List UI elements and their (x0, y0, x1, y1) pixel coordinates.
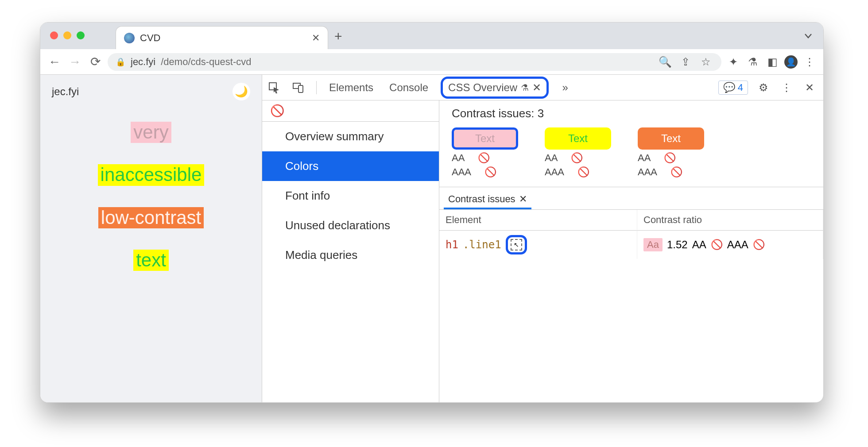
swatch-3-chip: Text (638, 127, 704, 150)
swatch-1-chip: Text (452, 127, 518, 150)
bookmark-icon[interactable]: ☆ (698, 56, 713, 68)
table-row-ratio: Aa 1.52 AA🚫 AAA🚫 (637, 231, 823, 259)
page-header: jec.fyi 🌙 (40, 75, 262, 108)
new-tab-button[interactable]: + (334, 29, 342, 44)
chat-icon: 💬 (723, 82, 735, 93)
fail-icon: 🚫 (670, 166, 682, 178)
swatch-2-chip: Text (545, 127, 611, 150)
element-class: .line1 (463, 239, 501, 251)
swatch-3-aa: AA (638, 152, 651, 164)
window-controls (50, 31, 85, 39)
subtab-label: Contrast issues (448, 193, 515, 204)
fail-icon: 🚫 (577, 166, 589, 178)
subtab-close-button[interactable]: ✕ (519, 193, 527, 204)
issues-subtabs: Contrast issues✕ (439, 187, 823, 209)
close-window-button[interactable] (50, 31, 58, 39)
tab-css-overview-label: CSS Overview (448, 81, 517, 94)
scroll-into-view-icon: ↖ (511, 239, 522, 250)
issues-subpanel: Contrast issues✕ Element Contrast ratio … (439, 187, 823, 259)
contrast-issues-heading: Contrast issues: 3 (439, 100, 823, 125)
tab-title: CVD (140, 32, 306, 44)
fail-icon: 🚫 (664, 152, 676, 164)
fail-icon: 🚫 (571, 152, 583, 164)
fail-icon: 🚫 (484, 166, 496, 178)
scroll-into-view-button[interactable]: ↖ (506, 235, 527, 254)
tab-css-overview-close[interactable]: ✕ (532, 81, 541, 94)
tab-css-overview[interactable]: CSS Overview ⚗ ✕ (441, 77, 549, 99)
theme-toggle-button[interactable]: 🌙 (232, 83, 250, 100)
browser-toolbar: ← → ⟳ 🔒 jec.fyi/demo/cds-quest-cvd 🔍 ⇪ ☆… (40, 49, 823, 75)
col-element: Element (439, 210, 637, 231)
address-bar[interactable]: 🔒 jec.fyi/demo/cds-quest-cvd 🔍 ⇪ ☆ (108, 53, 721, 71)
demo-words: very inaccessible low-contrast text (40, 108, 262, 402)
table-row-element[interactable]: h1.line1 ↖ (439, 231, 637, 259)
tab-elements[interactable]: Elements (326, 79, 377, 96)
flask-icon: ⚗ (521, 82, 529, 93)
swatch-1-aaa: AAA (452, 166, 471, 178)
sidebar-item-font[interactable]: Font info (262, 181, 439, 211)
inspect-element-icon[interactable] (268, 82, 283, 93)
swatch-2[interactable]: Text AA🚫 AAA🚫 (545, 127, 611, 178)
sidebar-item-unused[interactable]: Unused declarations (262, 211, 439, 240)
devtools-body: 🚫 Overview summary Colors Font info Unus… (262, 100, 823, 402)
sidepanel-icon[interactable]: ◧ (765, 56, 780, 68)
ratio-chip: Aa (643, 238, 663, 251)
fail-icon: 🚫 (711, 239, 723, 250)
issues-badge[interactable]: 💬 4 (718, 81, 748, 95)
sidebar-item-media[interactable]: Media queries (262, 240, 439, 270)
issues-table: Element Contrast ratio h1.line1 ↖ Aa 1.5… (439, 209, 823, 259)
css-overview-sidebar: 🚫 Overview summary Colors Font info Unus… (262, 100, 439, 402)
extensions-icon[interactable]: ✦ (726, 56, 741, 68)
profile-avatar[interactable]: 👤 (784, 55, 798, 69)
devtools-menu-icon[interactable]: ⋮ (779, 81, 794, 94)
url-path: /demo/cds-quest-cvd (161, 56, 251, 68)
swatch-1-aa: AA (452, 152, 465, 164)
demo-word-4: text (133, 250, 169, 271)
issues-count: 4 (738, 82, 743, 93)
settings-gear-icon[interactable]: ⚙ (756, 81, 771, 94)
demo-word-1: very (131, 122, 171, 143)
device-toolbar-icon[interactable] (292, 82, 307, 93)
content-area: jec.fyi 🌙 very inaccessible low-contrast… (40, 75, 823, 402)
swatch-1[interactable]: Text AA🚫 AAA🚫 (452, 127, 518, 178)
browser-window: CVD ✕ + ← → ⟳ 🔒 jec.fyi/demo/cds-quest-c… (40, 22, 824, 403)
clear-icon[interactable]: 🚫 (270, 104, 284, 118)
ratio-aaa: AAA (727, 239, 748, 251)
moon-icon: 🌙 (235, 85, 248, 98)
browser-tab[interactable]: CVD ✕ (116, 26, 328, 49)
minimize-window-button[interactable] (63, 31, 71, 39)
tab-close-button[interactable]: ✕ (312, 32, 320, 44)
sidebar-item-colors[interactable]: Colors (262, 151, 439, 181)
reload-button[interactable]: ⟳ (87, 54, 103, 69)
swatch-3[interactable]: Text AA🚫 AAA🚫 (638, 127, 704, 178)
demo-word-2: inaccessible (98, 164, 205, 185)
zoom-icon[interactable]: 🔍 (658, 56, 673, 68)
tab-console[interactable]: Console (386, 79, 432, 96)
swatch-2-aa: AA (545, 152, 558, 164)
css-overview-main: Contrast issues: 3 Text AA🚫 AAA🚫 Text AA… (439, 100, 823, 402)
sidebar-item-overview[interactable]: Overview summary (262, 122, 439, 151)
ratio-value: 1.52 (667, 239, 688, 251)
site-label: jec.fyi (52, 85, 79, 98)
titlebar: CVD ✕ + (40, 23, 823, 49)
share-icon[interactable]: ⇪ (678, 56, 693, 68)
swatch-2-aaa: AAA (545, 166, 564, 178)
ratio-aa: AA (692, 239, 706, 251)
forward-button[interactable]: → (67, 55, 83, 69)
contrast-swatches: Text AA🚫 AAA🚫 Text AA🚫 AAA🚫 Text AA🚫 (439, 125, 823, 187)
more-tabs-button[interactable]: » (558, 81, 573, 94)
devtools-panel: Elements Console CSS Overview ⚗ ✕ » 💬 4 … (262, 75, 823, 402)
fail-icon: 🚫 (478, 152, 490, 164)
svg-rect-2 (298, 85, 303, 92)
back-button[interactable]: ← (46, 55, 62, 69)
subtab-contrast-issues[interactable]: Contrast issues✕ (444, 191, 531, 209)
devtools-close-button[interactable]: ✕ (802, 81, 817, 94)
element-tag: h1 (446, 239, 458, 251)
maximize-window-button[interactable] (77, 31, 85, 39)
labs-icon[interactable]: ⚗ (745, 56, 760, 68)
fail-icon: 🚫 (753, 239, 765, 250)
url-host: jec.fyi (131, 56, 155, 68)
browser-menu-icon[interactable]: ⋮ (802, 56, 817, 68)
sidebar-toolbar: 🚫 (262, 100, 439, 122)
tabs-menu-button[interactable] (804, 31, 813, 40)
